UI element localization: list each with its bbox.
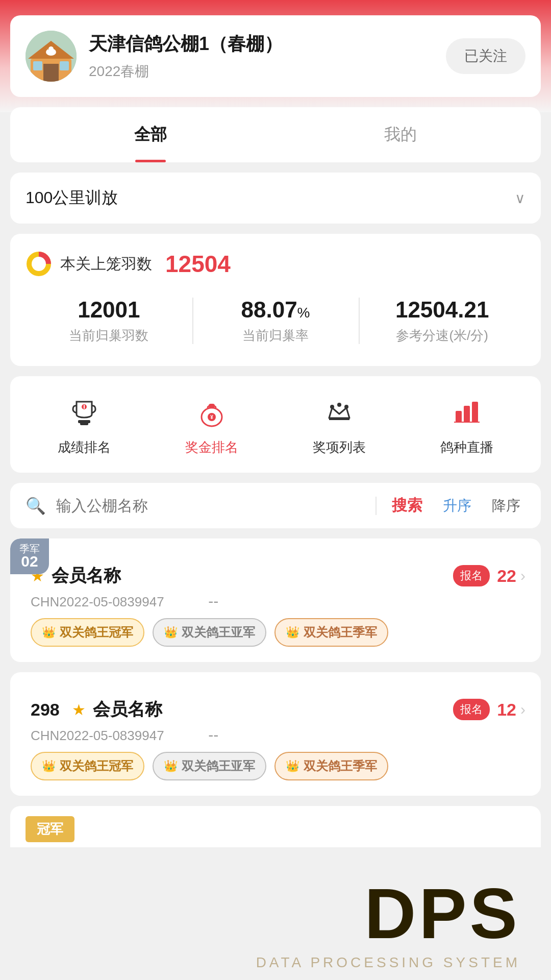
pie-chart-icon: [26, 251, 52, 277]
list-card-content-1: 298 ★ 会员名称 报名 12 › CHN2022-05-0839947 --: [31, 698, 525, 780]
stats-label-1: 当前归巢率: [242, 328, 309, 343]
svg-rect-23: [464, 406, 470, 422]
pigeon-id-1: CHN2022-05-0839947 --: [31, 726, 525, 744]
header-subtitle: 2022春棚: [89, 62, 434, 81]
list-card-row1-1: 298 ★ 会员名称 报名 12 ›: [31, 698, 525, 721]
follow-button[interactable]: 已关注: [446, 38, 525, 74]
dropdown-label: 100公里训放: [26, 187, 118, 209]
svg-rect-22: [456, 411, 462, 422]
partial-rank-badge: 冠军: [26, 816, 74, 842]
nav-card: 成绩排名 ¥ 奖金排名: [10, 376, 541, 473]
svg-point-10: [32, 257, 46, 271]
nav-prize-money-label: 奖金排名: [185, 438, 238, 456]
list-item-0: 季军 02 ★ 会员名称 报名 22 › CHN2022-05-0839947 …: [10, 538, 541, 662]
search-divider: [375, 497, 377, 515]
stats-item-1: 88.07% 当前归巢率: [192, 292, 359, 350]
chevron-right-icon-0: ›: [520, 567, 525, 584]
stats-card: 本关上笼羽数 12504 12001 当前归巢羽数 88.07% 当前归巢率 1…: [10, 234, 541, 366]
svg-rect-5: [60, 61, 69, 70]
sort-asc-button[interactable]: 升序: [438, 496, 477, 516]
svg-point-20: [344, 405, 348, 409]
rank-number-1: 298: [31, 700, 60, 720]
tag-silver-0: 👑 双关鸽王亚军: [153, 618, 266, 647]
tags-row-0: 👑 双关鸽王冠军 👑 双关鸽王亚军 👑 双关鸽王季军: [31, 618, 525, 647]
right-section-0: 报名 22 ›: [453, 565, 525, 586]
stats-item-0: 12001 当前归巢羽数: [26, 292, 192, 350]
tag-gold-1: 👑 双关鸽王冠军: [31, 752, 144, 780]
svg-rect-24: [472, 402, 478, 422]
stats-header: 本关上笼羽数 12504: [26, 250, 525, 278]
search-bar: 🔍 搜索 升序 降序: [10, 483, 541, 528]
sign-badge-1: 报名: [453, 699, 490, 720]
stats-label-2: 参考分速(米/分): [396, 328, 488, 343]
tag-bronze-1: 👑 双关鸽王季军: [274, 752, 388, 780]
stats-item-2: 12504.21 参考分速(米/分): [359, 292, 525, 350]
nav-ranking[interactable]: 成绩排名: [58, 393, 111, 456]
sign-badge-0: 报名: [453, 565, 490, 586]
trophy-icon: [65, 393, 104, 431]
header-card: 天津信鸽公棚1（春棚） 2022春棚 已关注: [10, 15, 541, 97]
svg-rect-16: [209, 404, 215, 408]
sort-desc-button[interactable]: 降序: [487, 496, 525, 516]
stats-row: 12001 当前归巢羽数 88.07% 当前归巢率 12504.21 参考分速(…: [26, 292, 525, 350]
branding-section: DPS DATA PROCESSING SYSTEM 赛事详情: [10, 847, 541, 980]
nav-pigeon-live-label: 鸽种直播: [440, 438, 493, 456]
chevron-right-icon-1: ›: [520, 701, 525, 718]
nav-prize-list-label: 奖项列表: [313, 438, 366, 456]
list-card-row1-0: ★ 会员名称 报名 22 ›: [31, 564, 525, 587]
stats-label-0: 当前归巢羽数: [69, 328, 148, 343]
search-icon: 🔍: [26, 496, 46, 516]
tag-silver-1: 👑 双关鸽王亚军: [153, 752, 266, 780]
svg-point-7: [48, 46, 54, 52]
dropdown[interactable]: 100公里训放 ∨: [10, 173, 541, 224]
svg-point-19: [330, 405, 334, 409]
crown-icon: [320, 393, 359, 431]
nav-pigeon-live[interactable]: 鸽种直播: [440, 393, 493, 456]
dps-logo: DPS: [31, 878, 520, 949]
list-card-content-0: ★ 会员名称 报名 22 › CHN2022-05-0839947 -- 👑 双: [31, 564, 525, 647]
nav-prize-money[interactable]: ¥ 奖金排名: [185, 393, 238, 456]
dps-subtitle: DATA PROCESSING SYSTEM: [31, 954, 520, 971]
search-button[interactable]: 搜索: [387, 495, 428, 516]
star-icon-1: ★: [72, 701, 86, 719]
list-item-1: 298 ★ 会员名称 报名 12 › CHN2022-05-0839947 --: [10, 672, 541, 796]
svg-rect-3: [43, 64, 59, 82]
member-name-row-1: 298 ★ 会员名称: [31, 698, 162, 721]
header-title: 天津信鸽公棚1（春棚）: [89, 32, 434, 57]
stats-value-1: 88.07%: [192, 297, 359, 323]
tags-row-1: 👑 双关鸽王冠军 👑 双关鸽王亚军 👑 双关鸽王季军: [31, 752, 525, 780]
pigeon-id-0: CHN2022-05-0839947 --: [31, 593, 525, 610]
tag-bronze-0: 👑 双关鸽王季军: [274, 618, 388, 647]
right-section-1: 报名 12 ›: [453, 699, 525, 720]
member-name-0: 会员名称: [52, 564, 121, 587]
stats-header-value: 12504: [165, 250, 231, 278]
nav-ranking-label: 成绩排名: [58, 438, 111, 456]
tab-mine[interactable]: 我的: [276, 107, 525, 162]
stats-value-0: 12001: [26, 297, 192, 323]
avatar: [26, 31, 77, 82]
svg-rect-4: [33, 61, 42, 70]
chevron-down-icon: ∨: [515, 190, 525, 207]
header-info: 天津信鸽公棚1（春棚） 2022春棚: [89, 32, 434, 81]
tab-all[interactable]: 全部: [26, 107, 276, 162]
svg-rect-12: [78, 420, 90, 423]
svg-rect-14: [84, 405, 85, 409]
stats-value-2: 12504.21: [359, 297, 525, 323]
tabs-container: 全部 我的: [10, 107, 541, 162]
sign-count-1: 12: [497, 700, 516, 720]
svg-text:¥: ¥: [210, 414, 213, 420]
bar-chart-icon: [447, 393, 486, 431]
partial-card: 冠军: [10, 806, 541, 847]
nav-prize-list[interactable]: 奖项列表: [313, 393, 366, 456]
member-name-1: 会员名称: [93, 698, 162, 721]
sign-count-0: 22: [497, 566, 516, 586]
rank-badge-0: 季军 02: [10, 538, 49, 574]
svg-point-21: [337, 403, 341, 407]
search-input[interactable]: [56, 497, 365, 514]
prize-bag-icon: ¥: [192, 393, 231, 431]
tag-gold-0: 👑 双关鸽王冠军: [31, 618, 144, 647]
stats-header-label: 本关上笼羽数: [60, 254, 152, 275]
